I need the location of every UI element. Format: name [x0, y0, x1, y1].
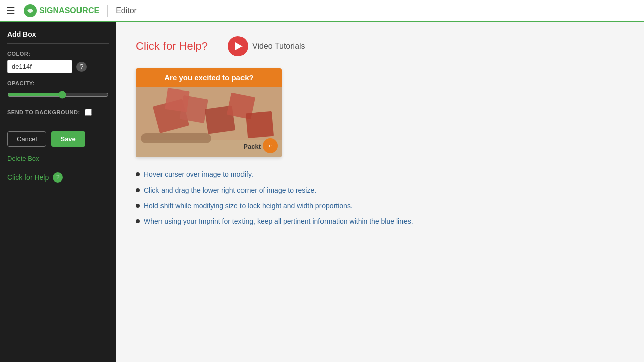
save-button[interactable]: Save: [51, 131, 85, 147]
sidebar-section-title: Add Box: [7, 30, 109, 38]
content-area: Click for Help? Video Tutorials Are you …: [116, 22, 644, 362]
bullet-3: [136, 204, 140, 208]
logo-text: SIGNASOURCE: [39, 6, 99, 15]
click-for-help-sidebar[interactable]: Click for Help ?: [7, 172, 109, 183]
opacity-slider[interactable]: [7, 90, 109, 99]
help-icon-green: ?: [53, 172, 63, 183]
send-to-bg-label: SEND TO BACKGROUND:: [7, 109, 80, 115]
color-input[interactable]: [7, 60, 72, 73]
bullet-1: [136, 172, 140, 176]
tip-text-3: Hold shift while modifying size to lock …: [144, 201, 353, 211]
tip-text-1: Hover curser over image to modify.: [144, 169, 253, 180]
image-card-header: Are you excited to pack?: [136, 68, 282, 87]
content-header: Click for Help? Video Tutorials: [136, 36, 624, 56]
tips-list: Hover curser over image to modify. Click…: [136, 169, 624, 227]
logo: SIGNASOURCE: [23, 4, 99, 18]
click-for-help-title[interactable]: Click for Help?: [136, 40, 208, 53]
packt-badge: P: [263, 138, 278, 153]
color-help-icon[interactable]: ?: [76, 62, 87, 72]
color-row: ?: [7, 60, 109, 73]
sidebar: Add Box COLOR: ? OPACITY: SEND TO BACKGR…: [0, 22, 116, 362]
tip-text-4: When using your Imprint for texting, kee…: [144, 216, 413, 227]
video-tutorials-label: Video Tutorials: [252, 42, 305, 51]
btn-row: Cancel Save: [7, 131, 109, 147]
tip-text-2: Click and drag the lower right corner of…: [144, 185, 316, 196]
sidebar-mid-divider: [7, 124, 109, 124]
play-triangle-icon: [235, 42, 243, 50]
cancel-button[interactable]: Cancel: [7, 131, 46, 147]
opacity-label: OPACITY:: [7, 80, 109, 86]
play-icon-circle: [228, 36, 248, 56]
image-card: Are you excited to pack? P Pa: [136, 68, 282, 157]
tip-item-3: Hold shift while modifying size to lock …: [136, 201, 624, 211]
tip-item-4: When using your Imprint for texting, kee…: [136, 216, 624, 227]
topbar: ☰ SIGNASOURCE Editor: [0, 0, 644, 22]
send-to-bg-checkbox[interactable]: [85, 109, 92, 116]
delete-box-link[interactable]: Delete Box: [7, 155, 109, 162]
main-layout: Add Box COLOR: ? OPACITY: SEND TO BACKGR…: [0, 22, 644, 362]
tip-item-2: Click and drag the lower right corner of…: [136, 185, 624, 196]
menu-icon[interactable]: ☰: [6, 5, 15, 17]
click-for-help-sidebar-label: Click for Help: [7, 173, 49, 182]
bullet-2: [136, 188, 140, 192]
color-label: COLOR:: [7, 51, 109, 57]
logo-icon: [23, 4, 37, 18]
image-card-body: P Packt: [136, 87, 282, 157]
sidebar-top-divider: [7, 43, 109, 44]
topbar-title: Editor: [116, 6, 137, 15]
bullet-4: [136, 219, 140, 223]
video-tutorials-button[interactable]: Video Tutorials: [228, 36, 305, 56]
tip-item-1: Hover curser over image to modify.: [136, 169, 624, 180]
send-to-bg-row: SEND TO BACKGROUND:: [7, 109, 109, 116]
packt-text: Packt: [243, 143, 261, 150]
opacity-slider-container: [7, 90, 109, 101]
topbar-divider: [107, 5, 108, 17]
